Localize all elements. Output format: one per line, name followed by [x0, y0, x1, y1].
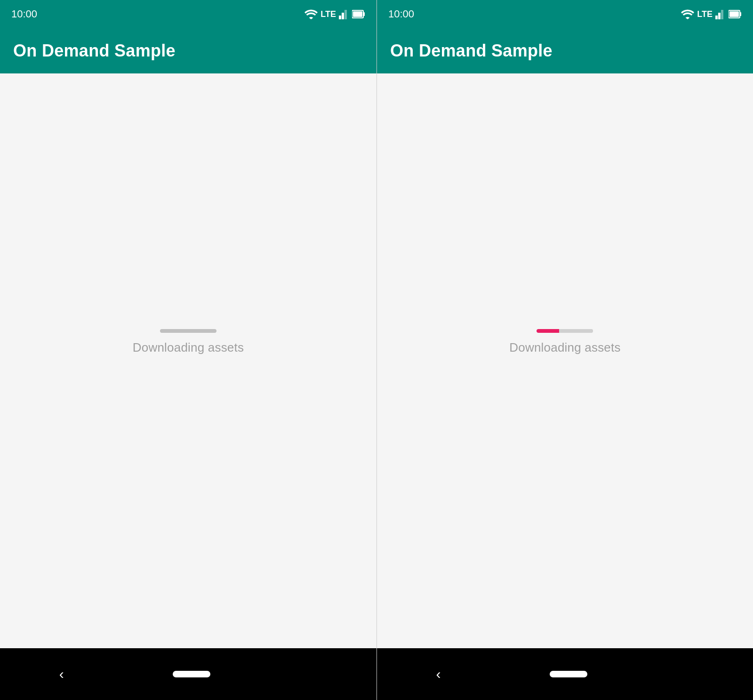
app-bar-right: On Demand Sample — [377, 28, 753, 73]
signal-icon-right — [715, 9, 726, 19]
wifi-icon-right — [681, 9, 694, 19]
back-button-left[interactable]: ‹ — [50, 661, 73, 687]
svg-marker-8 — [721, 10, 723, 19]
phone-screen-right: 10:00 LTE On Demand — [376, 0, 753, 700]
wifi-icon-left — [304, 9, 318, 19]
content-left: Downloading assets — [0, 73, 376, 648]
battery-icon-left — [352, 10, 365, 18]
loading-area-right: Downloading assets — [509, 329, 620, 355]
status-bar-left: 10:00 LTE — [0, 0, 376, 28]
progress-fill-pink — [537, 329, 559, 333]
lte-label-left: LTE — [320, 9, 336, 19]
home-button-right[interactable] — [550, 671, 587, 677]
progress-bar-right — [537, 329, 593, 333]
progress-bar-left — [160, 329, 216, 333]
status-icons-left: LTE — [304, 9, 365, 19]
svg-rect-5 — [353, 11, 362, 17]
app-title-right: On Demand Sample — [390, 41, 553, 61]
svg-marker-2 — [344, 10, 347, 19]
svg-marker-1 — [342, 13, 344, 19]
phone-screen-left: 10:00 LTE On Demand — [0, 0, 376, 700]
downloading-text-right: Downloading assets — [509, 340, 620, 355]
svg-rect-4 — [363, 12, 365, 16]
progress-fill-gray-right — [559, 329, 593, 333]
back-button-right[interactable]: ‹ — [427, 661, 450, 687]
home-button-left[interactable] — [173, 671, 210, 677]
status-time-right: 10:00 — [388, 8, 414, 20]
app-bar-left: On Demand Sample — [0, 28, 376, 73]
nav-bar-right: ‹ — [377, 648, 753, 700]
svg-rect-10 — [740, 12, 741, 16]
progress-fill-left — [160, 329, 216, 333]
svg-marker-6 — [715, 16, 718, 19]
loading-area-left: Downloading assets — [133, 329, 244, 355]
recents-button-left[interactable] — [310, 666, 327, 683]
content-right: Downloading assets — [377, 73, 753, 648]
lte-label-right: LTE — [697, 9, 713, 19]
nav-bar-left: ‹ — [0, 648, 376, 700]
status-icons-right: LTE — [681, 9, 742, 19]
downloading-text-left: Downloading assets — [133, 340, 244, 355]
app-title-left: On Demand Sample — [13, 41, 176, 61]
recents-button-right[interactable] — [687, 666, 704, 683]
svg-marker-7 — [718, 13, 721, 19]
status-bar-right: 10:00 LTE — [377, 0, 753, 28]
svg-rect-11 — [729, 11, 739, 17]
battery-icon-right — [729, 10, 742, 18]
signal-icon-left — [339, 9, 349, 19]
svg-marker-0 — [339, 16, 341, 19]
status-time-left: 10:00 — [11, 8, 37, 20]
